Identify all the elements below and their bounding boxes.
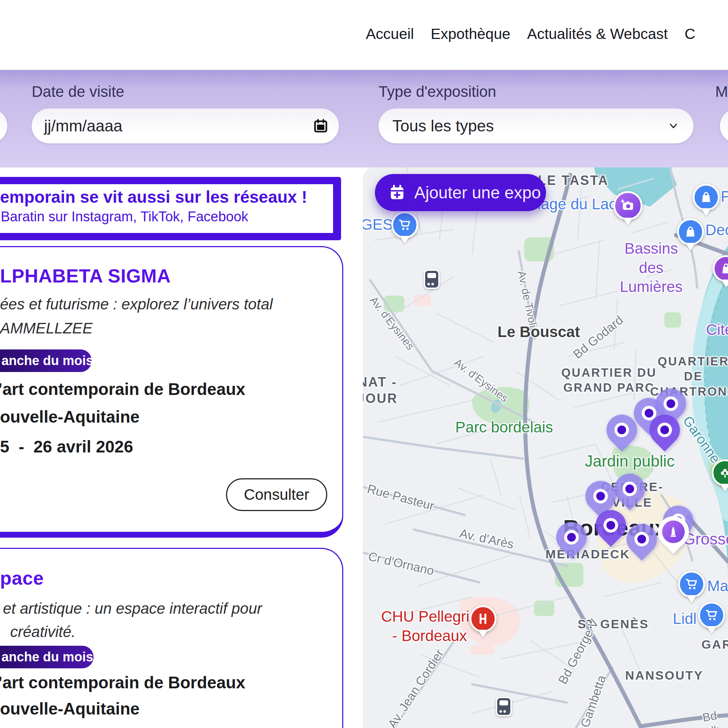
map-label: CHU Pellegrin - Bordeaux xyxy=(381,607,478,645)
type-filter-label: Type d'exposition xyxy=(379,83,496,101)
map-label: lage du Lac xyxy=(537,195,616,214)
transit-station-icon[interactable] xyxy=(424,269,440,289)
expo-pin-dot xyxy=(635,532,649,546)
filter-bar: Date de visite jj/mm/aaaa Type d'exposit… xyxy=(0,70,728,167)
expo-description-line1: et artistique : un espace interactif pou… xyxy=(3,600,262,617)
expo-description-line2: AMMELLZEE xyxy=(0,320,92,337)
bag-poi-pin[interactable] xyxy=(693,184,720,211)
nav-item[interactable]: Accueil xyxy=(366,26,414,43)
social-banner-subtitle: Baratin sur Instagram, TikTok, Facebook xyxy=(1,209,248,225)
expo-description-line1: ées et futurisme : explorez l’univers to… xyxy=(0,295,273,313)
bag-pin-tail xyxy=(701,208,711,216)
bag-poi-pin[interactable] xyxy=(677,219,704,245)
expo-venue: ’art contemporain de Bordeaux xyxy=(0,673,245,692)
expo-description-line2: créativité. xyxy=(10,623,76,641)
cart-poi-pin[interactable] xyxy=(391,211,418,239)
cart-poi-pin[interactable] xyxy=(678,571,705,598)
map-label: LE TASTA xyxy=(538,172,609,188)
badge-pill: anche du mois xyxy=(0,349,92,372)
expo-dates: 5 - 26 avril 2026 xyxy=(0,437,133,456)
map-label: Bassins des Lumières xyxy=(613,239,690,297)
city-input-clipped[interactable] xyxy=(0,109,7,144)
visit-date-input[interactable]: jj/mm/aaaa xyxy=(32,109,339,144)
cart-pin-tail xyxy=(707,626,717,634)
date-filter-label: Date de visite xyxy=(32,83,124,101)
calendar-icon[interactable] xyxy=(313,118,329,134)
expo-region: ouvelle-Aquitaine xyxy=(0,699,139,719)
expo-pin-dot xyxy=(615,423,629,437)
expo-pin-dot xyxy=(664,396,678,411)
cart-pin-tail xyxy=(687,595,697,603)
consulter-button[interactable]: Consulter xyxy=(226,478,327,511)
nav-item[interactable]: Actualités & Webcast xyxy=(527,26,668,43)
camera-pin-tail xyxy=(623,218,633,226)
expo-title: pace xyxy=(0,567,44,589)
cart-pin-tail xyxy=(400,236,410,244)
bag-pin-tail xyxy=(685,243,696,251)
chevron-down-icon xyxy=(668,121,679,131)
map-label: Jardin public xyxy=(584,451,674,471)
badge-pill: anche du mois xyxy=(0,646,93,668)
expo-title: LPHABETA SIGMA xyxy=(0,265,171,287)
expo-pin-dot xyxy=(658,423,672,437)
museum-pin-tail xyxy=(721,280,728,288)
map-label: Mar xyxy=(707,577,728,596)
add-expo-button[interactable]: Ajouter une expo xyxy=(375,174,546,211)
expo-pin-dot xyxy=(593,489,608,503)
nav-item[interactable]: C xyxy=(685,26,696,43)
social-media-banner xyxy=(0,177,341,240)
map-canvas[interactable]: LE TASTALe BouscatQUARTIER DU GRAND PARC… xyxy=(363,167,728,728)
top-navigation: AccueilExpothèqueActualités & WebcastC xyxy=(366,26,695,43)
date-placeholder: jj/mm/aaaa xyxy=(44,117,122,135)
map-label: GES xyxy=(363,215,393,234)
expo-pin-dot xyxy=(642,406,656,421)
type-select-value: Tous les types xyxy=(392,117,494,135)
map-label: Parc bordelais xyxy=(455,418,553,437)
map-label: Dec xyxy=(705,220,728,240)
map-label: GARE xyxy=(701,637,728,652)
badge-label: anche du mois xyxy=(2,649,93,665)
expo-pin-dot xyxy=(564,530,579,544)
map-label: Lidl xyxy=(673,609,696,629)
map-label: QUARTIER DU GRAND PARC xyxy=(561,365,657,395)
expo-pin-dot xyxy=(622,482,637,496)
third-filter-input-clipped[interactable] xyxy=(720,109,728,144)
camera-poi-pin[interactable] xyxy=(613,191,642,220)
social-banner-title: emporain se vit aussi sur les réseaux ! xyxy=(0,187,307,207)
nav-item[interactable]: Expothèque xyxy=(431,26,510,43)
transit-station-icon[interactable] xyxy=(496,697,512,716)
hospital-pin-tail xyxy=(478,630,488,638)
expo-region: ouvelle-Aquitaine xyxy=(0,407,139,427)
map-label: P xyxy=(721,187,728,206)
map-label: MÉRIADECK xyxy=(546,546,630,562)
add-expo-label: Ajouter une expo xyxy=(414,183,541,202)
calendar-plus-icon xyxy=(389,184,405,201)
cart-poi-pin[interactable] xyxy=(698,602,725,629)
expo-venue: ’art contemporain de Bordeaux xyxy=(0,379,245,399)
map-label: NANSOUTY xyxy=(626,668,704,683)
expo-pin-dot xyxy=(604,518,618,532)
page: { "nav": { "items": [ {"label": "Accueil… xyxy=(0,0,728,728)
map-label: Cité xyxy=(706,320,728,340)
map-label: NAT - JOUR xyxy=(363,374,398,407)
park-pin-tail xyxy=(720,484,728,492)
third-filter-label: M xyxy=(715,83,728,101)
map-label: Grosse xyxy=(683,529,728,549)
hospital-poi-pin[interactable] xyxy=(470,605,497,632)
badge-label: anche du mois xyxy=(2,353,93,369)
exposition-type-select[interactable]: Tous les types xyxy=(379,109,693,144)
monument-icon xyxy=(662,520,685,543)
